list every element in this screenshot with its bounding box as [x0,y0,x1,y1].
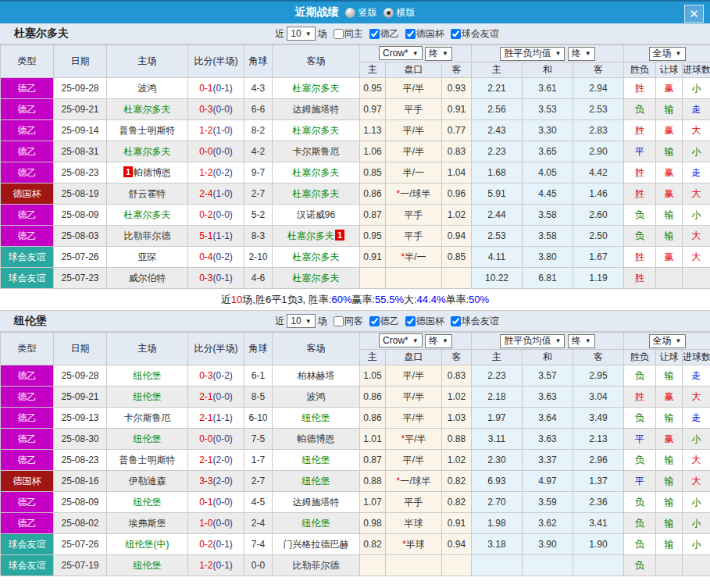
match-date-cell: 25-08-09 [54,205,107,226]
league-type-cell: 德乙 [1,450,54,471]
score-cell: 2-1(1-1) [188,408,244,429]
league-filter-friendly[interactable]: 球会友谊 [447,315,499,328]
match-date-cell: 25-08-30 [54,429,107,450]
handicap-cell: *平/半 [386,429,442,450]
same-venue-checkbox[interactable] [334,29,344,39]
away-odds-cell: 0.77 [442,120,472,141]
cup-checkbox[interactable] [405,316,416,326]
fulltime-score: 3-3 [199,476,212,486]
summary-segment: 大: [404,293,417,307]
league2-label: 德乙 [380,315,399,328]
scope-dropdown[interactable]: 全场▼ [649,334,686,348]
match-row: 德乙25-08-02埃弗斯堡1-0(0-0)2-4纽伦堡0.98半球0.911.… [1,513,710,534]
same-venue-filter[interactable]: 同客 [330,315,363,328]
mean-home-cell: 2.44 [472,205,523,226]
home-team-name: 普鲁士明斯特 [120,125,176,136]
odds-company-dropdown[interactable]: Crow*▼ [379,333,423,347]
away-team-cell: 杜塞尔多夫 [273,78,360,99]
league2-checkbox[interactable] [369,29,380,39]
home-team-name: 杜塞尔多夫 [124,209,171,220]
mean-home-cell: 2.53 [472,226,523,247]
match-count-select[interactable]: 10 ▼ [287,27,315,41]
mean-away-cell: 1.46 [573,184,624,205]
handicap-result-cell: 输 [656,450,683,471]
same-venue-checkbox[interactable] [334,316,344,326]
corner-cell: 8-3 [244,226,273,247]
header-mean-away: 客 [573,62,624,78]
league-filter-friendly[interactable]: 球会友谊 [447,27,499,41]
home-team-name: 纽伦堡 [134,370,162,381]
layout-radio-horizontal[interactable]: 横版 [384,6,416,20]
mean-draw-cell: 3.37 [523,450,573,471]
mean-type-dropdown[interactable]: 胜平负均值▼ [500,47,565,61]
handicap-result-cell: 输 [656,492,683,513]
score-cell: 3-3(2-0) [188,471,244,492]
match-date-cell: 25-08-23 [54,162,107,184]
halftime-score: (2-0) [213,454,233,465]
match-count-select[interactable]: 10 ▼ [287,314,315,328]
league-filter-dfb-pokal[interactable]: 德国杯 [401,27,444,41]
league-filter-bundesliga2[interactable]: 德乙 [366,315,399,328]
away-odds-cell: 0.82 [442,471,472,492]
odds-time-dropdown[interactable]: 终▼ [425,47,452,61]
mean-home-cell: 2.30 [472,450,523,471]
radio-icon [384,8,394,18]
mean-draw-cell: 3.90 [523,534,573,555]
goals-result-cell: 大 [683,120,710,141]
mean-home-cell: 1.98 [472,513,523,534]
home-team-cell: 舒云霍特 [107,184,188,205]
header-goals: 进球数 [683,350,710,365]
friendly-checkbox[interactable] [451,29,461,39]
same-venue-filter[interactable]: 同主 [330,27,363,41]
mean-away-cell: 2.94 [573,78,624,99]
halftime-score: (0-1) [213,539,233,550]
layout-radio-vertical[interactable]: 竖版 [345,6,377,20]
mean-draw-cell: 3.80 [523,247,573,268]
fulltime-score: 0-3 [199,104,212,115]
handicap-result-cell: 输 [656,365,683,387]
match-date-cell: 25-08-19 [54,184,107,205]
away-team-name: 纽伦堡 [302,412,330,423]
corner-cell: 4-3 [244,78,273,99]
mean-type-dropdown[interactable]: 胜平负均值▼ [500,334,565,348]
league2-checkbox[interactable] [369,316,380,326]
score-cell: 0-1(0-1) [188,78,244,99]
league-filter-dfb-pokal[interactable]: 德国杯 [401,315,444,328]
score-cell: 2-1(2-0) [188,450,244,471]
mean-home-cell: 2.18 [472,387,523,408]
goals-result-cell: 大 [683,387,710,408]
mean-away-cell: 2.96 [573,450,624,471]
mean-time-dropdown[interactable]: 终▼ [568,47,595,61]
close-icon: ✕ [689,7,699,20]
mean-time-dropdown[interactable]: 终▼ [568,334,595,348]
cup-checkbox[interactable] [405,29,416,39]
away-team-name: 帕德博恩 [298,433,335,444]
mean-away-cell: 3.04 [573,387,624,408]
odds-company-dropdown[interactable]: Crow*▼ [379,46,423,60]
odds-time-dropdown[interactable]: 终▼ [425,334,452,348]
handicap-cell: 平/半 [386,78,442,99]
score-cell: 0-4(0-2) [188,247,244,268]
match-row: 德乙25-08-09杜塞尔多夫0-2(0-0)5-2汉诺威960.87平手1.0… [1,205,710,226]
league-filter-bundesliga2[interactable]: 德乙 [366,27,399,41]
summary-segment: 赢率: [351,293,375,307]
match-date-cell: 25-08-23 [54,450,107,471]
friendly-checkbox[interactable] [451,316,461,326]
home-odds-cell: 0.95 [360,226,386,247]
league-type-cell: 球会友谊 [1,534,54,555]
corner-cell: 8-5 [244,387,273,408]
goals-result-cell: 小 [683,513,710,534]
mean-draw-cell: 3.62 [523,513,573,534]
scope-dropdown[interactable]: 全场▼ [649,47,686,61]
match-row: 德国杯25-08-16伊勒迪森3-3(2-0)2-7纽伦堡0.88*一/球半0.… [1,471,710,492]
mean-home-cell: 6.93 [472,471,523,492]
summary-segment: 单率: [445,293,469,307]
odds-group-header: Crow*▼ 终▼ [360,333,472,350]
goals-result-cell: 大 [683,226,710,247]
mean-draw-cell: 3.30 [523,120,573,141]
handicap-result-cell: 输 [656,141,683,162]
chevron-down-icon: ▼ [585,50,591,57]
away-team-cell: 杜塞尔多夫 [273,120,360,141]
fulltime-score: 2-4 [199,188,212,199]
close-button[interactable]: ✕ [684,5,704,23]
